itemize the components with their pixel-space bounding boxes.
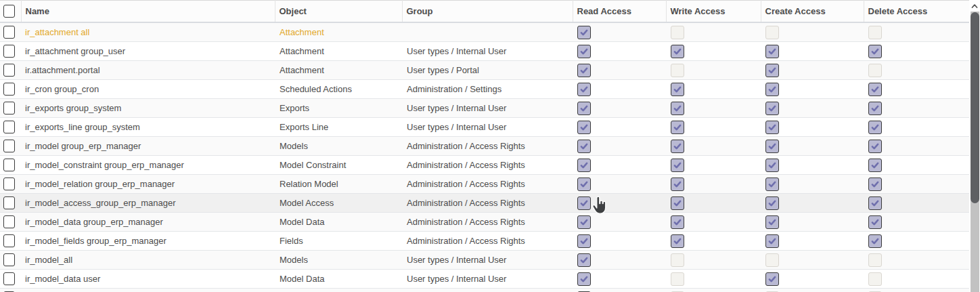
cell-name[interactable]: ir_model_fields group_erp_manager — [21, 232, 275, 251]
delete-access-checkbox[interactable] — [868, 272, 882, 286]
write-access-checkbox[interactable] — [671, 102, 684, 115]
cell-object[interactable]: Attachment — [275, 22, 402, 42]
read-access-checkbox[interactable] — [577, 140, 591, 153]
write-access-checkbox[interactable] — [671, 26, 684, 39]
cell-object[interactable]: Fields — [275, 289, 402, 292]
cell-group[interactable]: Administration / Settings — [402, 80, 573, 99]
row-select-checkbox[interactable] — [3, 64, 15, 77]
delete-access-checkbox[interactable] — [868, 102, 882, 115]
cell-group[interactable]: User types / Internal User — [402, 251, 573, 270]
delete-access-checkbox[interactable] — [868, 140, 882, 153]
delete-access-checkbox[interactable] — [868, 178, 882, 191]
read-access-checkbox[interactable] — [577, 178, 591, 191]
write-access-checkbox[interactable] — [671, 140, 684, 153]
row-select-checkbox[interactable] — [3, 121, 15, 133]
write-access-checkbox[interactable] — [671, 159, 684, 172]
cell-object[interactable]: Model Data — [275, 270, 402, 289]
delete-access-checkbox[interactable] — [868, 121, 882, 134]
delete-access-checkbox[interactable] — [868, 45, 882, 58]
create-access-checkbox[interactable] — [765, 253, 779, 267]
cell-object[interactable]: Model Data — [275, 213, 402, 232]
create-access-checkbox[interactable] — [765, 64, 779, 77]
cell-name[interactable]: ir_attachment group_user — [21, 42, 275, 61]
cell-name[interactable]: ir_exports_line group_system — [21, 118, 275, 137]
create-access-checkbox[interactable] — [765, 140, 779, 153]
table-row[interactable]: ir.attachment.portal Attachment User typ… — [0, 61, 969, 80]
cell-group[interactable]: User types / Portal — [402, 61, 573, 80]
cell-name[interactable]: ir_exports group_system — [21, 99, 275, 118]
delete-access-checkbox[interactable] — [868, 83, 882, 96]
row-select-checkbox[interactable] — [3, 234, 15, 247]
row-select-checkbox[interactable] — [3, 253, 15, 266]
table-row[interactable]: ir_exports group_system Exports User typ… — [0, 99, 969, 118]
scroll-up-button[interactable] — [969, 0, 980, 12]
cell-name[interactable]: ir_model_all — [21, 251, 275, 270]
cell-object[interactable]: Fields — [275, 232, 402, 251]
read-access-checkbox[interactable] — [577, 272, 591, 286]
cell-object[interactable]: Attachment — [275, 61, 402, 80]
row-select-checkbox[interactable] — [3, 45, 15, 58]
cell-object[interactable]: Model Constraint — [275, 156, 402, 175]
read-access-checkbox[interactable] — [577, 253, 591, 267]
cell-group[interactable]: Administration / Access Rights — [402, 213, 573, 232]
create-access-checkbox[interactable] — [765, 121, 779, 134]
cell-group[interactable]: User types / Internal User — [402, 99, 573, 118]
read-access-checkbox[interactable] — [577, 102, 591, 115]
create-access-checkbox[interactable] — [765, 159, 779, 172]
cell-group[interactable] — [402, 22, 573, 42]
cell-name[interactable]: ir_cron group_cron — [21, 80, 275, 99]
read-access-checkbox[interactable] — [577, 234, 591, 248]
write-access-checkbox[interactable] — [671, 272, 684, 286]
select-all-checkbox[interactable] — [3, 5, 15, 18]
delete-access-checkbox[interactable] — [868, 196, 882, 210]
read-access-checkbox[interactable] — [577, 215, 591, 229]
delete-access-checkbox[interactable] — [868, 253, 882, 267]
table-row[interactable]: ir_attachment group_user Attachment User… — [0, 42, 969, 61]
column-header-create-access[interactable]: Create Access — [761, 1, 864, 23]
column-header-group[interactable]: Group — [402, 1, 573, 23]
table-row[interactable]: ir_attachment all Attachment — [0, 22, 969, 42]
read-access-checkbox[interactable] — [577, 64, 591, 77]
create-access-checkbox[interactable] — [765, 196, 779, 210]
cell-group[interactable]: User types / Internal User — [402, 289, 573, 292]
write-access-checkbox[interactable] — [671, 253, 684, 267]
cell-object[interactable]: Models — [275, 137, 402, 156]
row-select-checkbox[interactable] — [3, 140, 15, 152]
cell-group[interactable]: Administration / Access Rights — [402, 232, 573, 251]
cell-object[interactable]: Relation Model — [275, 175, 402, 194]
cell-group[interactable]: User types / Internal User — [402, 118, 573, 137]
table-row[interactable]: ir_model_constraint group_erp_manager Mo… — [0, 156, 969, 175]
delete-access-checkbox[interactable] — [868, 159, 882, 172]
cell-name[interactable]: ir_model group_erp_manager — [21, 137, 275, 156]
column-header-name[interactable]: Name — [21, 1, 275, 23]
row-select-checkbox[interactable] — [3, 102, 15, 114]
table-row[interactable]: ir_exports_line group_system Exports Lin… — [0, 118, 969, 137]
row-select-checkbox[interactable] — [3, 83, 15, 96]
write-access-checkbox[interactable] — [671, 121, 684, 134]
read-access-checkbox[interactable] — [577, 196, 591, 210]
cell-name[interactable]: ir_model_data user — [21, 270, 275, 289]
cell-name[interactable]: ir_model_fields all — [21, 289, 275, 292]
cell-name[interactable]: ir_model_access_group_erp_manager — [21, 194, 275, 213]
cell-name[interactable]: ir_model_relation group_erp_manager — [21, 175, 275, 194]
column-header-read-access[interactable]: Read Access — [573, 1, 666, 23]
create-access-checkbox[interactable] — [765, 272, 779, 286]
table-row[interactable]: ir_model group_erp_manager Models Admini… — [0, 137, 969, 156]
delete-access-checkbox[interactable] — [868, 64, 882, 77]
write-access-checkbox[interactable] — [671, 215, 684, 229]
create-access-checkbox[interactable] — [765, 178, 779, 191]
read-access-checkbox[interactable] — [577, 121, 591, 134]
write-access-checkbox[interactable] — [671, 178, 684, 191]
create-access-checkbox[interactable] — [765, 26, 779, 39]
row-select-checkbox[interactable] — [3, 196, 15, 209]
cell-object[interactable]: Exports — [275, 99, 402, 118]
read-access-checkbox[interactable] — [577, 26, 591, 39]
cell-group[interactable]: Administration / Access Rights — [402, 175, 573, 194]
create-access-checkbox[interactable] — [765, 83, 779, 96]
column-header-object[interactable]: Object — [275, 1, 402, 23]
write-access-checkbox[interactable] — [671, 234, 684, 248]
table-row[interactable]: ir_model_fields group_erp_manager Fields… — [0, 232, 969, 251]
read-access-checkbox[interactable] — [577, 45, 591, 58]
create-access-checkbox[interactable] — [765, 102, 779, 115]
column-header-write-access[interactable]: Write Access — [666, 1, 761, 23]
